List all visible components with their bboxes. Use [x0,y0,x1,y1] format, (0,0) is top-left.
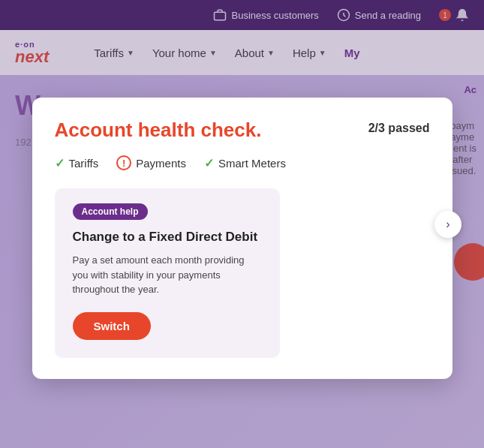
check-payments: ! Payments [116,155,186,170]
card-description: Pay a set amount each month providing yo… [73,253,262,297]
checkmark-icon: ✓ [204,156,214,170]
check-smart-meters: ✓ Smart Meters [204,156,286,170]
switch-button[interactable]: Switch [73,312,151,340]
checks-row: ✓ Tariffs ! Payments ✓ Smart Meters [55,155,430,170]
scroll-right-arrow[interactable]: › [434,211,461,238]
check-tariffs-label: Tariffs [69,157,99,170]
modal-overlay: Account health check. 2/3 passed ✓ Tarif… [0,0,484,448]
account-help-card: Account help Change to a Fixed Direct De… [55,188,280,358]
modal-title: Account health check. [55,119,262,142]
check-smart-meters-label: Smart Meters [218,157,286,170]
warning-icon: ! [116,155,131,170]
card-tag: Account help [73,203,148,220]
check-payments-label: Payments [136,157,186,170]
card-title: Change to a Fixed Direct Debit [73,229,262,245]
modal-header: Account health check. 2/3 passed [55,119,430,142]
checkmark-icon: ✓ [55,156,65,170]
passed-badge: 2/3 passed [368,119,430,135]
check-tariffs: ✓ Tariffs [55,156,99,170]
account-health-modal: Account health check. 2/3 passed ✓ Tarif… [32,98,452,379]
